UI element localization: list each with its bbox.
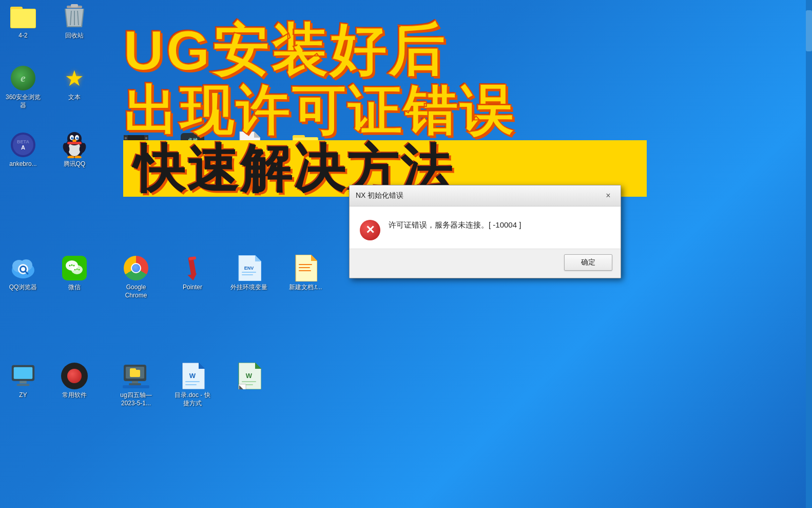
svg-rect-81 [130,368,136,371]
svg-rect-72 [299,267,310,268]
desktop: 4-2 回收站 e 360安全浏览器 ★ 文本 [0,0,812,508]
scrollbar-thumb[interactable] [806,10,812,51]
svg-text:BETA: BETA [17,139,29,144]
icon-computer-label: ZY [19,391,27,400]
desktop-icon-software[interactable]: ug四五轴—2023-5-1... [113,360,159,410]
360-icon: e [11,66,35,90]
overlay-title-line1: UG安装好后 [123,19,647,81]
icon-wechat-label: 微信 [68,284,81,292]
desktop-icon-newdoc[interactable]: 新建文档.t... [282,252,328,295]
icon-ug-label: 目录.doc - 快捷方式 [172,391,212,407]
svg-rect-26 [67,142,82,144]
svg-marker-66 [187,273,198,280]
scrollbar-right[interactable] [806,0,812,508]
nx-error-dialog: NX 初始化错误 × ✕ 许可证错误，服务器未连接。[ -10004 ] 确定 [349,185,621,278]
dialog-close-button[interactable]: × [602,190,614,202]
desktop-icon-qqbrowser[interactable]: QQ浏览器 [0,252,46,295]
desktop-icon-qq[interactable]: 腾讯QQ [51,128,98,172]
desktop-icon-star[interactable]: ★ 文本 [51,62,98,105]
icon-newdoc-label: 新建文档.t... [289,284,322,292]
chrome-icon [124,256,148,280]
overlay-text-container: UG安装好后 出现许可证错误 快速解决方法 [103,0,667,216]
svg-rect-2 [11,9,35,28]
desktop-icon-wechat[interactable]: 微信 [51,252,98,295]
svg-rect-69 [242,272,256,273]
svg-point-63 [76,269,78,270]
icon-software-label: ug四五轴—2023-5-1... [116,391,156,407]
svg-rect-75 [14,367,33,379]
wechat-icon [62,256,87,280]
overlay-title-line2: 出现许可证错误 [123,81,647,141]
desktop-icon-directory[interactable]: W [226,360,272,394]
svg-rect-87 [185,384,197,385]
svg-point-17 [71,137,74,140]
svg-rect-86 [185,381,200,382]
error-circle-icon: ✕ [360,220,380,240]
desktop-icon-42[interactable]: 4-2 [0,0,46,43]
svg-point-60 [71,265,73,266]
desktop-icon-ankebro[interactable]: BETA A ankebro... [0,128,46,172]
svg-rect-84 [123,385,149,388]
icon-recycle-label: 回收站 [65,32,84,40]
svg-rect-76 [20,381,26,384]
desktop-icon-env[interactable]: ENV 外挂环境变量 [226,252,272,295]
desktop-icon-360browser[interactable]: e 360安全浏览器 [0,62,46,112]
dialog-body: ✕ 许可证错误，服务器未连接。[ -10004 ] [350,206,621,249]
svg-text:A: A [21,144,25,150]
error-icon-container: ✕ [360,220,380,240]
svg-text:W: W [246,372,253,380]
svg-rect-67 [189,256,197,260]
icon-env-label: 外挂环境变量 [230,284,267,292]
dialog-message-text: 许可证错误，服务器未连接。[ -10004 ] [389,219,610,231]
svg-point-62 [74,269,76,271]
icon-zy-label: 常用软件 [62,391,87,400]
dialog-footer: 确定 [350,249,621,278]
icon-qqbrowser-label: QQ浏览器 [9,284,37,292]
desktop-icon-computer[interactable]: ZY [0,360,46,403]
svg-point-61 [73,265,75,267]
desktop-icon-ug[interactable]: W 目录.doc - 快捷方式 [169,360,216,410]
svg-point-21 [72,140,76,142]
icon-chrome-label: Google Chrome [116,284,156,299]
svg-rect-70 [242,274,253,275]
icon-qq-label: 腾讯QQ [64,160,86,168]
icon-pointer-label: Pointer [183,284,202,292]
svg-rect-71 [299,264,312,265]
dialog-titlebar: NX 初始化错误 × [350,185,621,206]
svg-rect-89 [242,381,256,382]
svg-point-59 [69,265,71,267]
svg-rect-82 [132,381,138,383]
desktop-icon-chrome[interactable]: Google Chrome [113,252,159,303]
dialog-title: NX 初始化错误 [356,191,403,200]
icon-ankebro-label: ankebro... [9,160,36,168]
desktop-icon-zy[interactable]: 常用软件 [51,360,98,403]
svg-point-55 [21,267,25,271]
svg-text:ENV: ENV [244,266,254,271]
error-x-symbol: ✕ [365,223,375,237]
svg-point-18 [76,137,79,140]
icon-star-label: 文本 [68,93,81,102]
svg-point-20 [78,137,79,138]
icon-42-label: 4-2 [18,32,27,40]
star-icon: ★ [65,66,84,91]
svg-point-19 [72,137,73,138]
record-icon [61,363,88,389]
dialog-ok-button[interactable]: 确定 [564,254,612,271]
svg-text:W: W [189,372,196,380]
desktop-icon-pointer[interactable]: Pointer [169,252,216,295]
svg-rect-73 [299,270,311,271]
icon-360-label: 360安全浏览器 [3,93,43,109]
svg-point-64 [79,269,80,271]
svg-rect-77 [16,384,29,386]
svg-rect-83 [129,383,141,385]
svg-rect-4 [71,4,78,7]
desktop-icon-recycle[interactable]: 回收站 [51,0,98,43]
